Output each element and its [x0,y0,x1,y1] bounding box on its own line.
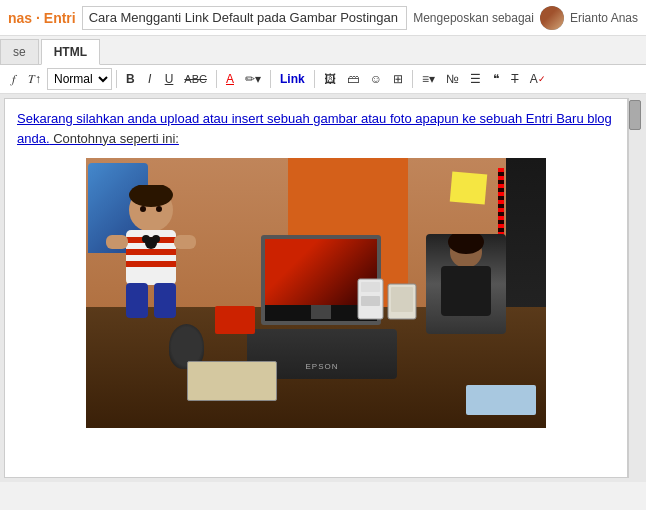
svg-point-2 [140,206,146,212]
font-color-button[interactable]: A [221,68,239,90]
spellcheck-button[interactable]: A✓ [525,68,551,90]
separator-3 [270,70,271,88]
video-button[interactable]: 🗃 [342,68,364,90]
plain-text: Contohnya seperti ini: [50,131,179,146]
user-info: Mengeposkan sebagai Erianto Anas [413,6,638,30]
avatar[interactable] [540,6,564,30]
posting-as-label: Mengeposkan sebagai [413,11,534,25]
svg-point-9 [142,235,150,243]
align-button[interactable]: ≡▾ [417,68,440,90]
svg-rect-17 [361,296,380,306]
strikethrough-button[interactable]: ABC [179,68,212,90]
right-person-svg [426,234,506,334]
quote-button[interactable]: ❝ [487,68,505,90]
tab-bar: se HTML [0,36,646,65]
brand-label: nas · Entri [8,10,76,26]
italic-button[interactable]: I [141,68,159,90]
user-name-label: Erianto Anas [570,11,638,25]
toy-truck [215,306,255,334]
font-size-btn[interactable]: 𝑇↑ [23,68,46,90]
sticky-note [450,172,487,205]
right-person [426,234,506,334]
highlight-button[interactable]: ✏▾ [240,68,266,90]
separator-5 [412,70,413,88]
ol-button[interactable]: № [441,68,464,90]
separator-4 [314,70,315,88]
font-icon[interactable]: 𝑓 [4,68,22,90]
insert-group: 🖼 🗃 ☺ ⊞ [319,68,408,90]
editor-paragraph: Sekarang silahkan anda upload atau inser… [17,109,615,148]
svg-rect-7 [126,261,176,267]
inserted-image[interactable]: EPSON [86,158,546,428]
svg-rect-14 [154,283,176,318]
color-group: A ✏▾ [221,68,266,90]
box1 [187,361,277,401]
editor-wrap: Sekarang silahkan anda upload atau inser… [0,94,646,482]
svg-rect-13 [126,283,148,318]
svg-rect-6 [126,249,176,255]
svg-rect-12 [174,235,196,249]
box2 [466,385,536,415]
emoji-button[interactable]: ☺ [365,68,387,90]
child-svg [96,185,206,325]
editor-content[interactable]: Sekarang silahkan anda upload atau inser… [4,98,628,478]
svg-point-10 [152,235,160,243]
svg-rect-16 [361,282,380,292]
top-bar: nas · Entri Mengeposkan sebagai Erianto … [0,0,646,36]
image-button[interactable]: 🖼 [319,68,341,90]
text-format-group: B I U ABC [121,68,212,90]
editor-toolbar: 𝑓 𝑇↑ Normal B I U ABC A ✏▾ Link 🖼 🗃 ☺ ⊞ … [0,65,646,94]
ul-button[interactable]: ☰ [465,68,486,90]
scrollbar-thumb[interactable] [629,100,641,130]
svg-rect-22 [441,266,491,316]
child-figure [96,185,206,325]
printer-label: EPSON [305,362,338,371]
separator-1 [116,70,117,88]
clear-format-button[interactable]: T [506,68,524,90]
post-title-input[interactable] [82,6,408,30]
tab-html[interactable]: HTML [41,39,100,65]
underline-button[interactable]: U [160,68,179,90]
font-group: 𝑓 𝑇↑ Normal [4,68,112,90]
bold-button[interactable]: B [121,68,140,90]
separator-2 [216,70,217,88]
align-group: ≡▾ № ☰ ❝ T A✓ [417,68,551,90]
special-char-button[interactable]: ⊞ [388,68,408,90]
scrollbar[interactable] [628,98,642,478]
tab-compose[interactable]: se [0,39,39,64]
link-group: Link [275,68,310,90]
paragraph-format-select[interactable]: Normal [47,68,112,90]
svg-rect-19 [391,287,413,312]
monitor-stand [311,305,331,319]
link-button[interactable]: Link [275,68,310,90]
scene-container: EPSON [86,158,546,428]
desk-items [353,274,423,334]
svg-point-3 [156,206,162,212]
items-svg [353,274,423,334]
svg-rect-11 [106,235,128,249]
